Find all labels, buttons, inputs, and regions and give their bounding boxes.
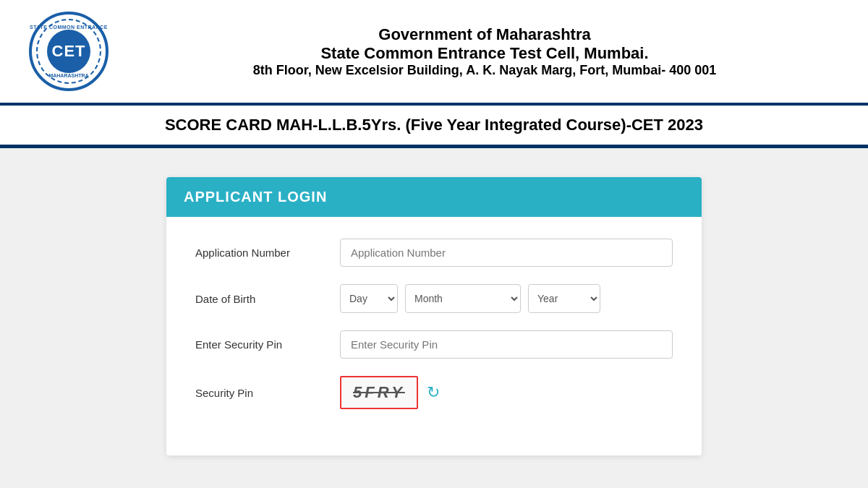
page-title: SCORE CARD MAH-L.L.B.5Yrs. (Five Year In… [0, 106, 868, 148]
page-header: CET STATE COMMON ENTRANCE MAHARASHTRA Go… [0, 0, 868, 106]
logo-bottom-text: MAHARASHTRA [48, 73, 88, 78]
enter-security-pin-label: Enter Security Pin [195, 338, 340, 351]
captcha-image: 5FRY [340, 376, 418, 409]
security-pin-label: Security Pin [195, 387, 340, 399]
card-header-title: APPLICANT LOGIN [184, 189, 327, 205]
card-body: Application Number Date of Birth Day 123… [166, 217, 702, 455]
logo-top-text: STATE COMMON ENTRANCE [30, 25, 108, 30]
cet-logo: CET STATE COMMON ENTRANCE MAHARASHTRA [29, 12, 109, 91]
date-of-birth-row: Date of Birth Day 12345 678910 111213141… [195, 284, 673, 313]
enter-security-pin-input[interactable] [340, 330, 673, 359]
main-content: APPLICANT LOGIN Application Number Date … [0, 148, 868, 484]
captcha-container: 5FRY ↻ [340, 376, 440, 409]
header-line3: 8th Floor, New Excelsior Building, A. K.… [130, 63, 839, 78]
header-line2: State Common Entrance Test Cell, Mumbai. [130, 44, 839, 63]
application-number-input[interactable] [340, 239, 673, 267]
logo-cet-text: CET [47, 30, 90, 73]
dob-month-select[interactable]: Month JanuaryFebruaryMarch AprilMayJune … [405, 284, 521, 313]
card-header: APPLICANT LOGIN [166, 177, 702, 217]
date-of-birth-label: Date of Birth [195, 293, 340, 305]
enter-security-pin-row: Enter Security Pin [195, 330, 673, 359]
header-text-block: Government of Maharashtra State Common E… [130, 25, 839, 78]
dob-year-select[interactable]: Year 2005200420032002 2001200019991998 1… [528, 284, 600, 313]
login-card: APPLICANT LOGIN Application Number Date … [166, 177, 702, 455]
application-number-row: Application Number [195, 239, 673, 267]
refresh-captcha-button[interactable]: ↻ [427, 383, 440, 402]
security-pin-row: Security Pin 5FRY ↻ [195, 376, 673, 409]
header-line1: Government of Maharashtra [130, 25, 839, 44]
application-number-label: Application Number [195, 247, 340, 259]
dob-day-select[interactable]: Day 12345 678910 1112131415 1617181920 2… [340, 284, 398, 313]
dob-selects: Day 12345 678910 1112131415 1617181920 2… [340, 284, 673, 313]
